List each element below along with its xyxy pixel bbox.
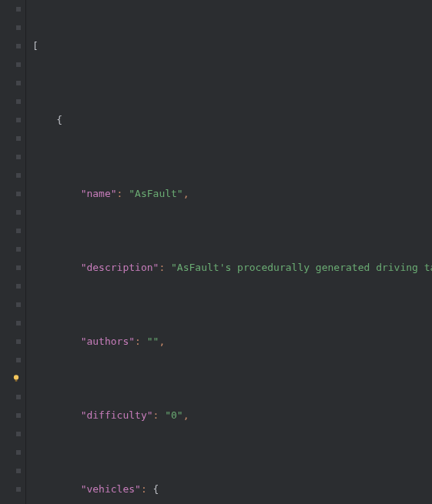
- fold-marker[interactable]: [16, 450, 21, 455]
- fold-marker[interactable]: [16, 99, 21, 104]
- fold-marker[interactable]: [16, 487, 21, 492]
- editor[interactable]: [ { "name": "AsFault", "description": "A…: [26, 0, 432, 504]
- fold-marker[interactable]: [16, 413, 21, 418]
- fold-marker[interactable]: [16, 136, 21, 141]
- fold-marker[interactable]: [16, 358, 21, 362]
- fold-marker[interactable]: [16, 395, 21, 399]
- fold-marker[interactable]: [16, 210, 21, 215]
- fold-marker[interactable]: [16, 118, 21, 122]
- fold-marker[interactable]: [16, 7, 21, 12]
- fold-marker[interactable]: [16, 192, 21, 196]
- fold-marker[interactable]: [16, 284, 21, 289]
- gutter: [0, 0, 26, 504]
- fold-marker[interactable]: [16, 81, 21, 85]
- fold-marker[interactable]: [16, 25, 21, 30]
- intention-bulb-icon[interactable]: [12, 374, 21, 383]
- code-line[interactable]: {: [26, 111, 432, 129]
- code-line[interactable]: "vehicles": {: [26, 480, 432, 499]
- svg-rect-1: [15, 380, 18, 382]
- fold-marker[interactable]: [16, 265, 21, 270]
- fold-marker[interactable]: [16, 321, 21, 325]
- fold-marker[interactable]: [16, 62, 21, 67]
- fold-marker[interactable]: [16, 432, 21, 436]
- fold-marker[interactable]: [16, 155, 21, 159]
- code-line[interactable]: "description": "AsFault's procedurally g…: [26, 259, 432, 277]
- fold-marker[interactable]: [16, 247, 21, 252]
- fold-marker[interactable]: [16, 44, 21, 48]
- fold-marker[interactable]: [16, 469, 21, 473]
- fold-marker[interactable]: [16, 339, 21, 344]
- code-line[interactable]: "name": "AsFault",: [26, 185, 432, 203]
- svg-point-0: [14, 375, 18, 379]
- fold-marker[interactable]: [16, 229, 21, 233]
- fold-marker[interactable]: [16, 173, 21, 178]
- fold-marker[interactable]: [16, 302, 21, 307]
- code-line[interactable]: "difficulty": "0",: [26, 406, 432, 425]
- code-line[interactable]: "authors": "",: [26, 332, 432, 351]
- code-line[interactable]: [: [26, 37, 432, 55]
